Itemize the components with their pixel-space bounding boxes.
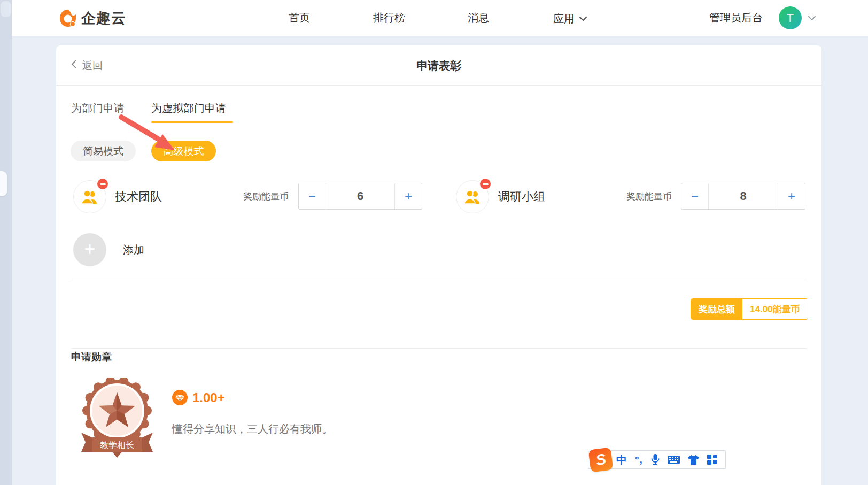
back-button[interactable]: 返回 bbox=[71, 45, 103, 86]
stepper-increase-button[interactable]: + bbox=[778, 183, 805, 209]
minus-icon bbox=[100, 183, 106, 185]
remove-team-button[interactable] bbox=[479, 178, 492, 190]
brand-name: 企趣云 bbox=[81, 9, 126, 28]
chevron-down-icon bbox=[579, 0, 587, 36]
brand-logo-icon bbox=[58, 8, 78, 28]
add-team-label[interactable]: 添加 bbox=[123, 233, 144, 266]
plus-icon: + bbox=[84, 240, 95, 259]
team-name: 技术团队 bbox=[115, 180, 162, 213]
nav-item-leaderboard[interactable]: 排行榜 bbox=[373, 0, 405, 36]
nav-item-messages[interactable]: 消息 bbox=[468, 0, 489, 36]
ime-skin-icon[interactable] bbox=[688, 455, 699, 465]
reward-total-badge: 奖励总额 14.00能量币 bbox=[691, 298, 808, 320]
medal-description: 懂得分享知识，三人行必有我师。 bbox=[172, 422, 332, 436]
team-avatar[interactable] bbox=[456, 180, 489, 213]
reward-coin-label: 奖励能量币 bbox=[243, 180, 289, 213]
reward-total-label: 奖励总额 bbox=[691, 299, 742, 319]
team-avatar[interactable] bbox=[73, 180, 106, 213]
apply-commendation-card: 申请表彰 返回 为部门申请 为虚拟部门申请 简易模式 高级模式 技术团队 奖励能… bbox=[56, 45, 821, 485]
avatar-chevron-down-icon[interactable] bbox=[807, 14, 817, 24]
ime-microphone-icon[interactable] bbox=[651, 454, 660, 465]
team-members-icon bbox=[463, 189, 482, 204]
nav-item-apps[interactable]: 应用 bbox=[553, 0, 587, 36]
section-divider bbox=[71, 279, 807, 279]
team-members-icon bbox=[81, 189, 99, 204]
team-name: 调研小组 bbox=[498, 180, 545, 213]
ime-punctuation-icon[interactable]: °, bbox=[635, 455, 643, 465]
section-divider bbox=[71, 348, 807, 349]
browser-side-strip bbox=[0, 0, 12, 485]
gem-coin-icon bbox=[172, 390, 188, 405]
minus-icon bbox=[483, 183, 489, 185]
stepper-value[interactable]: 8 bbox=[708, 183, 778, 209]
medal-section-heading: 申请勋章 bbox=[71, 350, 112, 364]
simple-mode-button[interactable]: 简易模式 bbox=[71, 141, 136, 161]
side-strip-tab[interactable] bbox=[1, 1, 11, 17]
medal-cost-row: 1.00+ bbox=[172, 390, 225, 405]
medal-badge[interactable]: 教学相长 bbox=[79, 378, 155, 458]
reward-coin-label: 奖励能量币 bbox=[626, 180, 672, 213]
remove-team-button[interactable] bbox=[96, 178, 109, 190]
ime-toolbar: S 中 °, bbox=[588, 450, 726, 469]
medal-cost: 1.00+ bbox=[192, 390, 225, 405]
avatar-initial: T bbox=[787, 11, 794, 25]
medal-name: 教学相长 bbox=[100, 441, 134, 450]
reward-stepper: − 6 + bbox=[298, 183, 422, 210]
page-title: 申请表彰 bbox=[56, 45, 821, 86]
reward-total-value: 14.00能量币 bbox=[742, 299, 808, 319]
brand[interactable]: 企趣云 bbox=[58, 7, 126, 29]
avatar[interactable]: T bbox=[779, 6, 802, 29]
stepper-decrease-button[interactable]: − bbox=[681, 183, 708, 209]
stepper-decrease-button[interactable]: − bbox=[299, 183, 326, 209]
ime-chinese-mode-icon[interactable]: 中 bbox=[616, 455, 627, 465]
drawer-handle[interactable] bbox=[0, 171, 7, 196]
ime-toolbox-grid-icon[interactable] bbox=[707, 455, 717, 465]
advanced-mode-button[interactable]: 高级模式 bbox=[151, 141, 216, 161]
add-team-button[interactable]: + bbox=[73, 233, 106, 266]
sogou-logo-icon[interactable]: S bbox=[588, 448, 614, 473]
card-header: 申请表彰 返回 bbox=[56, 45, 821, 86]
ime-keyboard-icon[interactable] bbox=[668, 456, 680, 464]
tab-apply-for-department[interactable]: 为部门申请 bbox=[71, 97, 125, 119]
tab-apply-for-virtual-department[interactable]: 为虚拟部门申请 bbox=[151, 97, 226, 119]
top-navbar: 企趣云 首页 排行榜 消息 应用 管理员后台 T bbox=[0, 0, 868, 36]
stepper-value[interactable]: 6 bbox=[326, 183, 395, 209]
chevron-left-icon bbox=[71, 59, 77, 72]
admin-backend-link[interactable]: 管理员后台 bbox=[709, 0, 763, 36]
stepper-increase-button[interactable]: + bbox=[395, 183, 422, 209]
nav-item-home[interactable]: 首页 bbox=[289, 0, 310, 36]
active-tab-underline bbox=[151, 121, 233, 123]
reward-stepper: − 8 + bbox=[681, 183, 805, 210]
